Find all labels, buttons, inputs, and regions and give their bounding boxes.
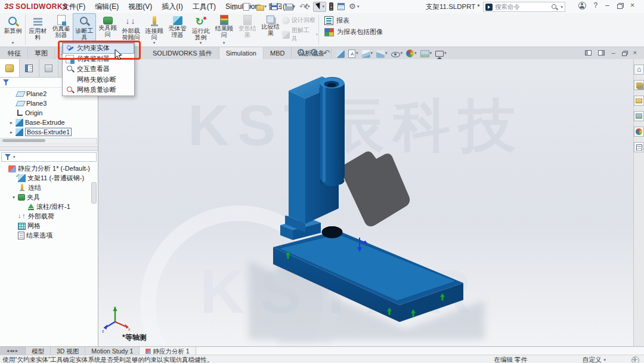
- hud-section-view-button[interactable]: [336, 49, 345, 58]
- pane-left-icon[interactable]: [585, 50, 592, 56]
- document-tab-模型[interactable]: 模型: [26, 347, 51, 355]
- 3d-model-canvas[interactable]: [98, 59, 633, 346]
- ribbon-button-new-study[interactable]: 新算例▾: [1, 13, 24, 47]
- task-pane-design-library-button[interactable]: [634, 80, 644, 90]
- menu-item-5[interactable]: 工具(T): [188, 0, 221, 13]
- hud-edit-appearance-button[interactable]: ▾: [405, 49, 417, 57]
- ribbon-button-connections[interactable]: 连接顾问▾: [143, 13, 166, 47]
- ribbon-button-diagnostics[interactable]: 诊断工具▾: [73, 13, 96, 47]
- sim-tree-item[interactable]: ▾夹具: [0, 192, 98, 202]
- sim-tree-item[interactable]: 滚柱/滑杆-1: [0, 202, 98, 211]
- ribbon-button-run[interactable]: 运行此算例▾: [189, 13, 212, 47]
- filter-dropdown-icon[interactable]: ▾: [13, 155, 16, 159]
- close-button[interactable]: ×: [630, 1, 634, 10]
- doc-minimize-button[interactable]: –: [611, 49, 615, 57]
- ribbon-report-image[interactable]: 为报表包括图像: [324, 27, 383, 36]
- panel-collapse-handle[interactable]: [91, 182, 97, 204]
- ribbon-button-material[interactable]: 应用材料: [26, 13, 49, 47]
- sim-tree-item[interactable]: 结果选项: [0, 230, 98, 240]
- menu-item-1[interactable]: 文件(F): [57, 0, 90, 13]
- horizontal-scrollbar[interactable]: [1, 138, 97, 144]
- sim-tree-item[interactable]: 静应力分析 1* (-Default-): [0, 164, 98, 173]
- menu-item-2[interactable]: 编辑(E): [90, 0, 123, 13]
- qat-select-arrow-button[interactable]: ▾: [313, 2, 327, 12]
- hud-previous-view-button[interactable]: [323, 48, 333, 58]
- tree-item-Origin[interactable]: Origin: [0, 108, 98, 118]
- restore-button[interactable]: [617, 4, 623, 9]
- minimize-button[interactable]: –: [605, 1, 609, 10]
- hud-view-orientation-button[interactable]: ▾: [361, 49, 374, 58]
- user-account-icon[interactable]: [578, 2, 586, 10]
- task-pane-custom-properties-button[interactable]: [634, 142, 644, 152]
- hud-zoom-fit-button[interactable]: [296, 48, 307, 58]
- qat-print-button[interactable]: ▾: [284, 2, 297, 11]
- status-customize[interactable]: 自定义▾: [583, 356, 606, 363]
- feature-manager-tab-fm-configurations[interactable]: [39, 59, 59, 77]
- qat-performance-button[interactable]: [336, 2, 346, 11]
- column-left-face[interactable]: [289, 91, 305, 224]
- feature-manager-tab-fm-properties[interactable]: [20, 59, 39, 77]
- menu-item-网格质量诊断[interactable]: 网格质量诊断: [63, 85, 134, 96]
- panel-splitter[interactable]: [0, 146, 98, 151]
- scrollbar-thumb[interactable]: [2, 139, 45, 142]
- doc-close-button[interactable]: ×: [633, 49, 637, 57]
- menu-item-3[interactable]: 视图(V): [123, 0, 157, 13]
- qat-rebuild-button[interactable]: [328, 2, 335, 11]
- help-icon[interactable]: ?: [594, 1, 598, 10]
- ribbon-button-loads[interactable]: 外部载荷顾问▾: [119, 13, 143, 47]
- feature-manager-tab-fm-tree[interactable]: [0, 59, 20, 77]
- simulation-tree-filter[interactable]: ▾: [1, 152, 97, 162]
- tree-item-Base-Extrude[interactable]: ▸Base-Extrude: [0, 118, 98, 127]
- document-tab-Motion Study 1[interactable]: Motion Study 1: [85, 347, 140, 355]
- document-tab-3D 视图[interactable]: 3D 视图: [51, 347, 85, 355]
- search-dropdown-icon[interactable]: ▾: [561, 5, 563, 10]
- task-pane-appearances-button[interactable]: [634, 127, 644, 137]
- expand-arrow-icon[interactable]: ▸: [8, 130, 14, 135]
- command-tab-SOLIDWORKS 插件[interactable]: SOLIDWORKS 插件: [146, 47, 219, 60]
- task-pane-view-palette-button[interactable]: [634, 111, 644, 121]
- search-input[interactable]: 搜索命令 ▾: [483, 2, 565, 12]
- expand-arrow-icon[interactable]: ▸: [8, 120, 14, 125]
- document-tab-静应力分析 1[interactable]: 静应力分析 1: [140, 347, 196, 355]
- hud-zoom-area-button[interactable]: [309, 48, 320, 58]
- task-pane-home-button[interactable]: [634, 64, 644, 75]
- qat-options-gear-button[interactable]: ▾: [348, 2, 361, 11]
- menu-item-网格失败诊断[interactable]: 网格失败诊断: [63, 75, 134, 85]
- sim-tree-item[interactable]: 外部载荷: [0, 211, 98, 221]
- globe-icon[interactable]: [631, 356, 639, 363]
- qat-open-document-button[interactable]: ▾: [255, 2, 268, 11]
- command-tab-MBD[interactable]: MBD: [264, 47, 292, 60]
- hud-annotation-view-button[interactable]: ▾: [348, 49, 359, 58]
- qat-undo-button[interactable]: ▾: [298, 2, 311, 11]
- pane-right-icon[interactable]: [598, 50, 605, 56]
- ribbon-report-report[interactable]: 报表: [324, 16, 383, 25]
- sim-tree-item[interactable]: 连结: [0, 183, 98, 192]
- command-tab-Simulation[interactable]: Simulation: [219, 47, 264, 60]
- tab-navigation-arrows[interactable]: ◂◂▸▸: [0, 347, 26, 355]
- tree-item-Plane3[interactable]: Plane3: [0, 99, 98, 108]
- menu-item-交互查看器[interactable]: 交互查看器: [63, 64, 134, 75]
- ribbon-button-fixture[interactable]: 夹具顾问▾: [96, 13, 119, 47]
- hud-hide-show-items-button[interactable]: ▾: [391, 50, 404, 57]
- ribbon-button-evaluator[interactable]: 仿真鉴别器: [49, 13, 73, 47]
- qat-new-document-button[interactable]: ▾: [242, 2, 253, 11]
- graphics-viewport[interactable]: KST辰科技 KSTAR: [98, 59, 633, 346]
- task-pane-file-explorer-button[interactable]: [634, 96, 644, 106]
- doc-restore-button[interactable]: [622, 52, 627, 56]
- menu-item-4[interactable]: 插入(I): [157, 0, 187, 13]
- hud-view-settings-button[interactable]: ▾: [435, 50, 447, 57]
- ribbon-button-shell[interactable]: 壳体管理器: [166, 13, 189, 47]
- sim-tree-item[interactable]: 网格: [0, 221, 98, 230]
- command-tab-特征[interactable]: 特征: [1, 47, 28, 60]
- menu-item-欠约束实体[interactable]: 欠约束实体: [63, 43, 134, 54]
- command-tab-草图[interactable]: 草图: [28, 47, 55, 60]
- tree-item-Boss-Extrude1[interactable]: ▸Boss-Extrude1: [0, 127, 98, 137]
- hud-apply-scene-button[interactable]: ▾: [420, 49, 433, 57]
- menu-item-仿真鉴别器[interactable]: 仿真鉴别器: [63, 54, 134, 64]
- ribbon-button-compare[interactable]: 比较结果: [259, 13, 282, 47]
- magnifier-icon[interactable]: [551, 4, 558, 11]
- qat-save-button[interactable]: ▾: [270, 2, 282, 11]
- ribbon-button-results[interactable]: 结果顾问▾: [212, 13, 236, 47]
- hud-display-style-button[interactable]: ▾: [376, 49, 388, 58]
- customize-dropdown-icon[interactable]: ▾: [603, 358, 606, 362]
